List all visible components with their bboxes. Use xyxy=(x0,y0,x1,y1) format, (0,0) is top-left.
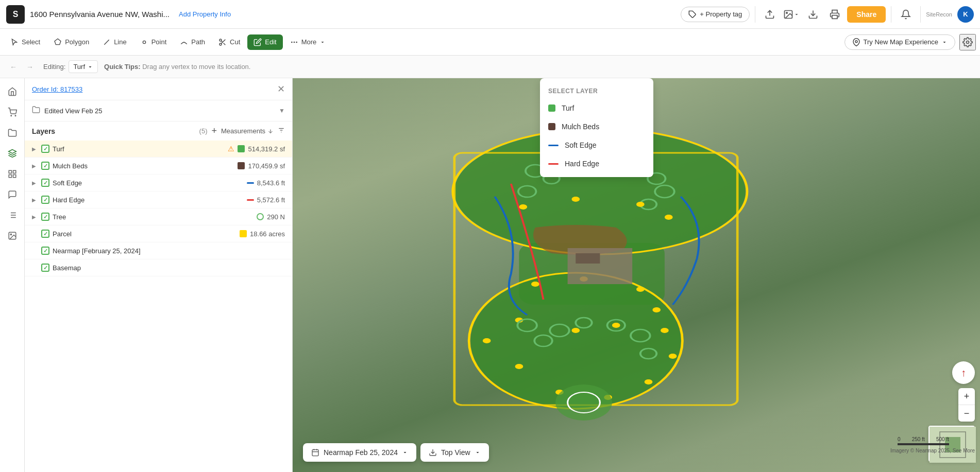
tree-color-swatch xyxy=(257,213,264,220)
editing-layer-selector[interactable]: Turf xyxy=(69,60,98,73)
svg-point-68 xyxy=(661,328,669,333)
nav-folder[interactable] xyxy=(3,124,22,142)
add-layer-button[interactable]: + xyxy=(212,126,217,136)
parcel-checkbox[interactable] xyxy=(41,230,49,238)
nearmap-checkbox[interactable] xyxy=(41,247,49,255)
try-new-map-button[interactable]: Try New Map Experience xyxy=(844,34,955,50)
mulch-dot xyxy=(548,123,555,130)
mulch-chevron: ▶ xyxy=(32,163,38,169)
share-button[interactable]: Share xyxy=(847,6,886,23)
user-avatar[interactable]: K xyxy=(957,6,974,23)
view-folder-icon xyxy=(32,106,40,116)
nav-cart[interactable] xyxy=(3,103,22,121)
zoom-controls: + − xyxy=(958,388,975,422)
dropdown-item-turf[interactable]: Turf xyxy=(540,99,653,117)
layer-row-parcel[interactable]: Parcel 18.66 acres xyxy=(25,225,292,242)
top-view-button[interactable]: Top View xyxy=(420,443,489,462)
dropdown-item-mulch[interactable]: Mulch Beds xyxy=(540,117,653,136)
soft-edge-checkbox[interactable] xyxy=(41,179,49,187)
svg-rect-81 xyxy=(312,450,318,456)
tree-label: Tree xyxy=(53,213,254,221)
svg-rect-21 xyxy=(9,170,11,173)
nav-layers[interactable] xyxy=(3,144,22,163)
nav-grid[interactable] xyxy=(3,165,22,183)
polygon-tool-button[interactable]: Polygon xyxy=(47,34,95,50)
bell-icon xyxy=(901,9,911,20)
image-icon-button[interactable] xyxy=(782,5,801,24)
layer-row-soft-edge[interactable]: ▶ Soft Edge 8,543.6 ft xyxy=(25,174,292,191)
edit-tool-button[interactable]: Edit xyxy=(247,34,282,50)
parcel-chevron xyxy=(32,231,38,237)
svg-point-16 xyxy=(855,40,857,42)
editing-label: Editing: Turf xyxy=(43,60,98,73)
order-link[interactable]: Order Id: 817533 xyxy=(32,85,82,93)
settings-button[interactable] xyxy=(959,34,976,50)
download-icon-button[interactable] xyxy=(804,5,822,24)
hard-edge-chevron: ▶ xyxy=(32,197,38,203)
bell-icon-button[interactable] xyxy=(897,5,915,24)
path-icon xyxy=(180,38,188,46)
zoom-in-button[interactable]: + xyxy=(958,388,975,405)
nav-chat[interactable] xyxy=(3,185,22,204)
view-name: Edited View Feb 25 xyxy=(44,107,275,115)
mulch-color-swatch xyxy=(238,162,245,169)
svg-rect-78 xyxy=(576,253,600,264)
layer-row-turf[interactable]: ▶ Turf ⚠ 514,319.2 sf xyxy=(25,141,292,158)
redo-button[interactable]: → xyxy=(23,60,37,74)
svg-rect-24 xyxy=(9,175,11,178)
basemap-checkbox[interactable] xyxy=(41,264,49,272)
layer-row-basemap[interactable]: Basemap xyxy=(25,259,292,276)
turf-checkbox[interactable] xyxy=(41,145,49,153)
soft-edge-measurement: 8,543.6 ft xyxy=(257,179,285,187)
parcel-label: Parcel xyxy=(53,230,236,238)
scale-bar: 0 250 ft 500 ft xyxy=(898,436,949,445)
measurements-button[interactable]: Measurements xyxy=(221,127,274,135)
layer-row-tree[interactable]: ▶ Tree 290 N xyxy=(25,208,292,225)
add-property-button[interactable]: Add Property Info xyxy=(175,8,235,20)
layer-row-nearmap[interactable]: Nearmap [February 25, 2024] xyxy=(25,242,292,259)
dropdown-item-soft-edge[interactable]: Soft Edge xyxy=(540,136,653,154)
tree-checkbox[interactable] xyxy=(41,213,49,221)
app-logo[interactable]: S xyxy=(6,5,25,24)
close-sidebar-button[interactable]: ✕ xyxy=(277,83,285,95)
editing-bar: ← → Editing: Turf Quick Tips: Drag any v… xyxy=(0,56,980,78)
path-tool-button[interactable]: Path xyxy=(174,34,211,50)
filter-icon[interactable] xyxy=(278,127,285,135)
map-area[interactable]: Select Layer Turf Mulch Beds Soft Edge H… xyxy=(293,78,980,472)
svg-point-62 xyxy=(483,338,491,343)
layer-row-mulch[interactable]: ▶ Mulch Beds 170,459.9 sf xyxy=(25,158,292,174)
home-icon xyxy=(8,87,17,96)
property-tag-button[interactable]: + Property tag xyxy=(681,7,750,22)
mulch-checkbox[interactable] xyxy=(41,162,49,170)
line-tool-button[interactable]: Line xyxy=(96,34,133,50)
cut-tool-button[interactable]: Cut xyxy=(212,34,246,50)
upload-icon-button[interactable] xyxy=(761,5,779,24)
point-tool-button[interactable]: Point xyxy=(134,34,173,50)
divider xyxy=(755,6,755,23)
hard-edge-checkbox[interactable] xyxy=(41,196,49,204)
select-tool-button[interactable]: Select xyxy=(4,34,46,50)
undo-button[interactable]: ← xyxy=(6,60,21,74)
soft-edge-chevron: ▶ xyxy=(32,180,38,186)
nav-list[interactable] xyxy=(3,206,22,224)
more-dots-icon xyxy=(290,38,298,46)
nav-home[interactable] xyxy=(3,82,22,101)
svg-point-59 xyxy=(612,323,620,328)
dropdown-item-hard-edge[interactable]: Hard Edge xyxy=(540,154,653,173)
point-icon xyxy=(140,38,148,46)
svg-point-14 xyxy=(293,41,295,43)
map-bottom-right-controls: ↑ + − xyxy=(928,361,975,462)
svg-rect-5 xyxy=(832,15,837,19)
print-icon-button[interactable] xyxy=(825,5,844,24)
more-tool-button[interactable]: More xyxy=(284,34,332,50)
svg-point-67 xyxy=(669,354,677,359)
line-icon xyxy=(103,38,111,46)
view-selector[interactable]: Edited View Feb 25 ▼ xyxy=(25,100,292,121)
svg-line-6 xyxy=(104,40,109,44)
zoom-out-button[interactable]: − xyxy=(958,405,975,422)
svg-point-13 xyxy=(291,41,293,43)
turf-dot xyxy=(548,104,555,112)
layer-row-hard-edge[interactable]: ▶ Hard Edge 5,572.6 ft xyxy=(25,191,292,208)
nearmap-date-selector[interactable]: Nearmap Feb 25, 2024 xyxy=(303,443,416,462)
nav-image[interactable] xyxy=(3,226,22,245)
